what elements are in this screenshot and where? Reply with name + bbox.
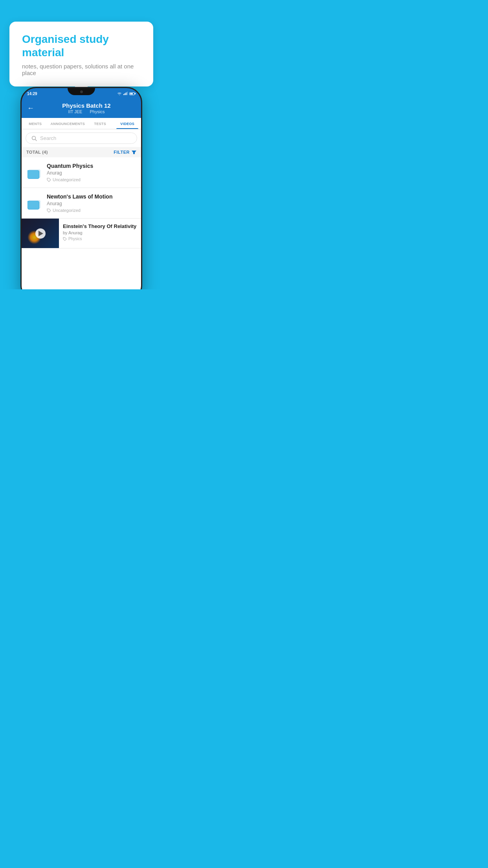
speech-bubble: Organised study material notes, question… <box>9 22 153 86</box>
tabs-bar: MENTS ANNOUNCEMENTS TESTS VIDEOS <box>22 118 141 129</box>
search-placeholder: Search <box>40 135 56 141</box>
item-author: by Anurag <box>63 230 137 235</box>
search-icon <box>31 136 37 141</box>
item-tag: Physics <box>63 237 137 241</box>
tag-label: Uncategorized <box>53 208 81 213</box>
list-item[interactable]: Einstein's Theory Of Relativity by Anura… <box>22 219 141 248</box>
item-info: Newton's Laws of Motion Anurag Uncategor… <box>47 193 136 213</box>
notch <box>68 88 95 95</box>
list-item[interactable]: Newton's Laws of Motion Anurag Uncategor… <box>22 188 141 219</box>
item-author: Anurag <box>47 170 136 176</box>
list-item[interactable]: Quantum Physics Anurag Uncategorized <box>22 157 141 188</box>
item-author: Anurag <box>47 201 136 206</box>
item-tag: Uncategorized <box>47 177 136 182</box>
status-bar: 14:29 <box>22 88 141 99</box>
tag-icon <box>47 208 51 213</box>
tab-announcements[interactable]: ANNOUNCEMENTS <box>49 118 86 129</box>
battery-icon <box>129 92 136 95</box>
signal-icon <box>123 92 128 95</box>
svg-line-1 <box>35 139 37 141</box>
header-subtitle: IIT JEE Physics <box>37 109 136 114</box>
video-thumbnail <box>22 219 59 248</box>
item-title: Newton's Laws of Motion <box>47 193 136 200</box>
svg-point-5 <box>64 238 64 238</box>
tab-tests[interactable]: TESTS <box>86 118 114 129</box>
svg-point-4 <box>48 209 48 210</box>
search-container: Search <box>22 129 141 147</box>
wifi-icon <box>117 92 122 96</box>
item-icon-wrapper <box>26 163 42 180</box>
play-triangle-icon <box>39 231 43 236</box>
app-header: ← Physics Batch 12 IIT JEE Physics <box>22 99 141 118</box>
tag-label: Uncategorized <box>53 177 81 182</box>
tag-icon <box>47 178 51 182</box>
filter-label: FILTER <box>114 150 130 154</box>
header-subtitle-iitjee: IIT JEE <box>68 109 83 114</box>
svg-point-3 <box>48 178 48 179</box>
header-subtitle-physics: Physics <box>90 109 105 114</box>
tag-label: Physics <box>68 237 82 241</box>
filter-bar: TOTAL (4) FILTER <box>22 147 141 157</box>
folder-icon <box>27 165 42 179</box>
item-tag: Uncategorized <box>47 208 136 213</box>
content-area: Quantum Physics Anurag Uncategorized <box>22 157 141 289</box>
tab-ments[interactable]: MENTS <box>22 118 49 129</box>
folder-icon <box>27 195 42 210</box>
tag-icon <box>63 237 67 241</box>
item-title: Einstein's Theory Of Relativity <box>63 223 137 229</box>
camera-dot <box>80 90 83 93</box>
status-time: 14:29 <box>27 92 37 96</box>
header-title: Physics Batch 12 <box>37 102 136 109</box>
phone-frame: 14:29 <box>20 87 142 289</box>
item-info: Quantum Physics Anurag Uncategorized <box>47 163 136 182</box>
item-icon-wrapper <box>26 193 42 211</box>
bubble-title: Organised study material <box>22 33 141 59</box>
header-title-group: Physics Batch 12 IIT JEE Physics <box>37 102 136 114</box>
filter-icon <box>132 150 136 154</box>
bubble-subtitle: notes, question papers, solutions all at… <box>22 63 141 76</box>
item-title: Quantum Physics <box>47 163 136 169</box>
back-button[interactable]: ← <box>27 104 34 112</box>
total-count: TOTAL (4) <box>26 150 48 154</box>
search-bar[interactable]: Search <box>26 132 137 144</box>
filter-button[interactable]: FILTER <box>114 150 136 154</box>
svg-marker-2 <box>132 151 136 154</box>
play-button[interactable] <box>35 228 46 239</box>
item-info: Einstein's Theory Of Relativity by Anura… <box>59 219 141 246</box>
status-icons <box>117 92 136 96</box>
tab-videos[interactable]: VIDEOS <box>114 118 141 129</box>
